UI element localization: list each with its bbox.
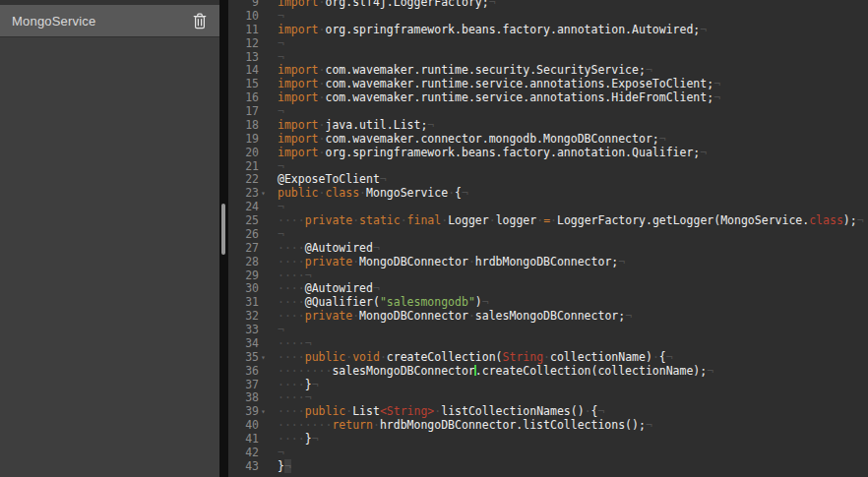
- sidebar-scrollbar-track[interactable]: [219, 0, 228, 477]
- code-line[interactable]: 22@ExposeToClient¬: [228, 173, 868, 187]
- token-plain: salesMongoDBConnector: [332, 364, 474, 378]
- delete-service-button[interactable]: [193, 13, 207, 30]
- code-text[interactable]: ¬: [274, 51, 284, 65]
- code-line[interactable]: 18import·java.util.List;¬: [228, 119, 868, 133]
- code-text[interactable]: ····}¬: [274, 433, 319, 447]
- code-line[interactable]: 10¬: [228, 10, 868, 24]
- code-text[interactable]: ¬: [274, 37, 284, 51]
- code-line[interactable]: 13¬: [228, 51, 868, 65]
- code-text[interactable]: ····@Qualifier("salesmongodb")¬: [274, 296, 489, 310]
- code-line[interactable]: 36········salesMongoDBConnector.createCo…: [228, 365, 868, 379]
- fold-arrow-icon[interactable]: ▾: [259, 187, 274, 201]
- token-plain: hrdbMongoDBConnector;: [475, 255, 618, 268]
- code-line[interactable]: 17¬: [228, 105, 868, 119]
- code-text[interactable]: ¬: [274, 160, 284, 174]
- code-line[interactable]: 30····@Autowired¬: [228, 282, 868, 296]
- code-line[interactable]: 29····¬: [228, 269, 868, 283]
- code-text[interactable]: import·org.slf4j.LoggerFactory;¬: [274, 0, 496, 10]
- code-line[interactable]: 28····private·MongoDBConnector·hrdbMongo…: [228, 256, 868, 269]
- token-keyword: import: [278, 63, 319, 77]
- code-line[interactable]: 25····private·static·final·Logger·logger…: [228, 214, 868, 228]
- newline-marker: ¬: [373, 241, 380, 255]
- code-line[interactable]: 24¬: [228, 201, 868, 214]
- code-text[interactable]: import·java.util.List;¬: [274, 119, 434, 133]
- token-keyword: import: [278, 23, 319, 36]
- code-text[interactable]: }¬: [274, 460, 291, 474]
- code-text[interactable]: import·com.wavemaker.runtime.security.Se…: [274, 64, 652, 78]
- line-number: 30: [245, 282, 259, 296]
- code-text[interactable]: ····¬: [274, 269, 312, 283]
- line-number: 33: [245, 324, 259, 337]
- code-text[interactable]: import·com.wavemaker.runtime.service.ann…: [274, 78, 720, 91]
- whitespace-dots: ·: [652, 350, 659, 364]
- code-line[interactable]: 16import·com.wavemaker.runtime.service.a…: [228, 91, 868, 105]
- code-line[interactable]: 19import·com.wavemaker.connector.mongodb…: [228, 133, 868, 147]
- token-keyword: import: [278, 90, 319, 104]
- fold-arrow-icon[interactable]: ▾: [259, 405, 274, 419]
- code-line[interactable]: 33¬: [228, 324, 868, 337]
- code-text[interactable]: ····@Autowired¬: [274, 282, 380, 296]
- code-text[interactable]: ¬: [274, 324, 284, 337]
- line-number: 35: [245, 351, 259, 365]
- code-text[interactable]: public·class·MongoService·{¬: [274, 187, 468, 201]
- code-line[interactable]: 34····¬: [228, 337, 868, 351]
- scrollbar-thumb[interactable]: [221, 204, 225, 255]
- token-keyword: import: [278, 146, 319, 159]
- code-text[interactable]: ¬: [274, 10, 284, 24]
- code-line[interactable]: 38····¬: [228, 391, 868, 405]
- code-text[interactable]: ¬: [274, 447, 284, 460]
- code-text[interactable]: ····public·void·createCollection(String·…: [274, 351, 673, 365]
- code-line[interactable]: 20import·org.springframework.beans.facto…: [228, 147, 868, 160]
- code-text[interactable]: ····private·MongoDBConnector·hrdbMongoDB…: [274, 256, 625, 269]
- code-editor[interactable]: 9import·org.slf4j.LoggerFactory;¬10¬11im…: [228, 0, 868, 477]
- fold-slot: [259, 0, 274, 10]
- newline-marker: ¬: [482, 295, 489, 309]
- code-text[interactable]: ········salesMongoDBConnector.createColl…: [274, 365, 713, 379]
- code-line[interactable]: 43}¬: [228, 460, 868, 474]
- code-text[interactable]: ····private·MongoDBConnector·salesMongoD…: [274, 310, 632, 324]
- fold-arrow-icon[interactable]: ▾: [259, 351, 274, 365]
- code-line[interactable]: 9import·org.slf4j.LoggerFactory;¬: [228, 0, 868, 10]
- fold-slot: [259, 37, 274, 51]
- gutter: 36: [228, 365, 274, 379]
- code-text[interactable]: ¬: [274, 105, 284, 119]
- code-text[interactable]: ····private·static·final·Logger·logger·=…: [274, 214, 864, 228]
- code-line[interactable]: 15import·com.wavemaker.runtime.service.a…: [228, 78, 868, 91]
- code-text[interactable]: import·org.springframework.beans.factory…: [274, 24, 707, 37]
- code-line[interactable]: 32····private·MongoDBConnector·salesMong…: [228, 310, 868, 324]
- code-text[interactable]: ····¬: [274, 337, 312, 351]
- whitespace-dots: ·: [468, 309, 475, 323]
- code-line[interactable]: 14import·com.wavemaker.runtime.security.…: [228, 64, 868, 78]
- code-line[interactable]: 21¬: [228, 160, 868, 174]
- code-text[interactable]: ····¬: [274, 391, 312, 405]
- line-number: 34: [245, 337, 259, 351]
- code-line[interactable]: 39▾····public·List<String>·listCollectio…: [228, 405, 868, 419]
- code-text[interactable]: ····@Autowired¬: [274, 242, 380, 256]
- code-line[interactable]: 41····}¬: [228, 433, 868, 447]
- code-text[interactable]: ········return·hrdbMongoDBConnector.list…: [274, 419, 652, 433]
- code-line[interactable]: 23▾public·class·MongoService·{¬: [228, 187, 868, 201]
- sidebar-item-mongoservice[interactable]: MongoService: [0, 5, 219, 37]
- code-text[interactable]: ¬: [274, 201, 284, 214]
- line-number: 25: [245, 214, 259, 228]
- code-line[interactable]: 35▾····public·void·createCollection(Stri…: [228, 351, 868, 365]
- code-line[interactable]: 40········return·hrdbMongoDBConnector.li…: [228, 419, 868, 433]
- line-number: 18: [245, 119, 259, 133]
- newline-marker: ¬: [278, 227, 284, 241]
- code-line[interactable]: 27····@Autowired¬: [228, 242, 868, 256]
- code-text[interactable]: ¬: [274, 228, 284, 242]
- code-text[interactable]: import·com.wavemaker.connector.mongodb.M…: [274, 133, 666, 147]
- code-text[interactable]: ····public·List<String>·listCollectionNa…: [274, 405, 604, 419]
- code-text[interactable]: import·org.springframework.beans.factory…: [274, 147, 707, 160]
- code-text[interactable]: import·com.wavemaker.runtime.service.ann…: [274, 91, 720, 105]
- code-text[interactable]: ····}¬: [274, 379, 319, 392]
- code-text[interactable]: @ExposeToClient¬: [274, 173, 387, 187]
- code-line[interactable]: 26¬: [228, 228, 868, 242]
- code-line[interactable]: 37····}¬: [228, 379, 868, 392]
- token-keyword: import: [278, 0, 319, 9]
- code-line[interactable]: 42¬: [228, 447, 868, 460]
- fold-slot: [259, 310, 274, 324]
- code-line[interactable]: 11import·org.springframework.beans.facto…: [228, 24, 868, 37]
- code-line[interactable]: 12¬: [228, 37, 868, 51]
- code-line[interactable]: 31····@Qualifier("salesmongodb")¬: [228, 296, 868, 310]
